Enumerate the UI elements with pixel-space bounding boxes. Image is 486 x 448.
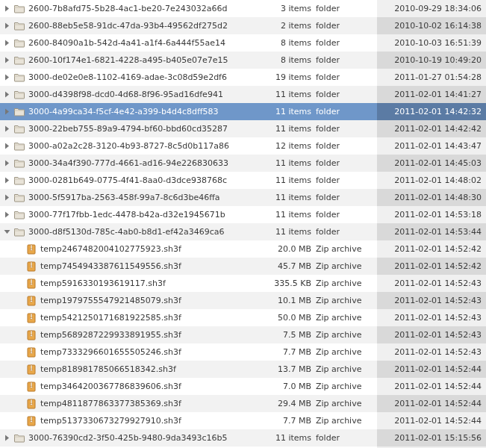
item-type: Zip archive: [313, 296, 377, 305]
item-name: 2600-84090a1b-542d-4a41-a1f4-6a444f55ae1…: [28, 38, 261, 48]
item-size: 7.5 MB: [261, 330, 313, 340]
item-date: 2011-02-01 14:52:42: [377, 240, 486, 258]
folder-row[interactable]: 2600-84090a1b-542d-4a41-a1f4-6a444f55ae1…: [0, 34, 486, 52]
disclosure-closed-icon[interactable]: [1, 177, 12, 184]
disclosure-closed-icon[interactable]: [1, 74, 12, 81]
item-type: Zip archive: [313, 279, 377, 288]
file-row[interactable]: temp5689287229933891955.sh3f7.5 MBZip ar…: [0, 326, 486, 343]
item-name: temp7454943387611549556.sh3f: [40, 261, 261, 271]
svg-rect-17: [31, 335, 33, 336]
file-row[interactable]: temp1979755547921485079.sh3f10.1 MBZip a…: [0, 292, 486, 309]
folder-icon: [13, 226, 25, 238]
folder-row[interactable]: 3000-5f5917ba-2563-458f-99a7-8c6d3be46ff…: [0, 189, 486, 206]
item-name: 3000-d4398f98-dcd0-4d68-8f96-95ad16dfe94…: [28, 90, 261, 99]
svg-rect-25: [31, 382, 32, 387]
file-row[interactable]: temp818981785066518342.sh3f13.7 MBZip ar…: [0, 361, 486, 378]
zip-archive-icon: [25, 364, 37, 376]
zip-archive-icon: [25, 278, 37, 290]
folder-icon: [13, 20, 25, 32]
file-row[interactable]: temp5421250171681922585.sh3f50.0 MBZip a…: [0, 309, 486, 326]
svg-rect-31: [31, 417, 32, 421]
disclosure-open-icon[interactable]: [1, 228, 12, 235]
item-name: 3000-0281b649-0775-4f41-8aa0-d3dce938768…: [28, 175, 261, 185]
disclosure-closed-icon[interactable]: [1, 194, 12, 201]
disclosure-closed-icon[interactable]: [1, 108, 12, 115]
disclosure-closed-icon[interactable]: [1, 22, 12, 29]
item-name: temp2467482004102775923.sh3f: [40, 244, 261, 254]
item-type: Zip archive: [313, 399, 377, 408]
svg-rect-26: [31, 386, 33, 388]
file-row[interactable]: temp7333296601655505246.sh3f7.7 MBZip ar…: [0, 343, 486, 361]
disclosure-closed-icon[interactable]: [1, 125, 12, 132]
item-name: temp5421250171681922585.sh3f: [40, 313, 261, 323]
svg-rect-23: [31, 369, 33, 370]
folder-row[interactable]: 3000-76390cd2-3f50-425b-9480-9da3493c16b…: [0, 429, 486, 447]
item-size: 50.0 MB: [261, 313, 313, 323]
disclosure-closed-icon[interactable]: [1, 143, 12, 149]
svg-rect-14: [31, 317, 33, 319]
item-name: temp4811877863377385369.sh3f: [40, 399, 261, 408]
item-type: folder: [313, 38, 377, 48]
item-size: 10.1 MB: [261, 296, 313, 305]
item-type: Zip archive: [313, 244, 377, 254]
folder-icon: [13, 209, 25, 221]
item-name: 3000-5f5917ba-2563-458f-99a7-8c6d3be46ff…: [28, 193, 261, 202]
item-size: 11 items: [261, 90, 313, 99]
svg-rect-8: [31, 283, 33, 284]
disclosure-closed-icon[interactable]: [1, 57, 12, 63]
item-size: 11 items: [261, 210, 313, 220]
item-size: 11 items: [261, 227, 313, 237]
item-type: folder: [313, 193, 377, 202]
folder-row[interactable]: 3000-d4398f98-dcd0-4d68-8f96-95ad16dfe94…: [0, 86, 486, 103]
file-row[interactable]: temp3464200367786839606.sh3f7.0 MBZip ar…: [0, 378, 486, 395]
item-type: folder: [313, 141, 377, 151]
folder-row[interactable]: 2600-88eb5e58-91dc-47da-93b4-49562df275d…: [0, 17, 486, 34]
item-date: 2011-02-01 14:52:44: [377, 361, 486, 378]
disclosure-closed-icon[interactable]: [1, 160, 12, 167]
folder-row[interactable]: 2600-7b8afd75-5b28-4ac1-be20-7e243032a66…: [0, 0, 486, 17]
folder-row[interactable]: 3000-d8f5130d-785c-4ab0-b8d1-ef42a3469ca…: [0, 223, 486, 240]
svg-rect-11: [31, 300, 33, 302]
folder-row[interactable]: 3000-22beb755-89a9-4794-bf60-bbd60cd3528…: [0, 120, 486, 137]
disclosure-closed-icon[interactable]: [1, 211, 12, 218]
item-type: folder: [313, 4, 377, 13]
disclosure-closed-icon[interactable]: [1, 40, 12, 46]
disclosure-closed-icon[interactable]: [1, 91, 12, 98]
disclosure-closed-icon[interactable]: [1, 435, 12, 441]
item-name: 2600-88eb5e58-91dc-47da-93b4-49562df275d…: [28, 21, 261, 31]
item-date: 2011-01-27 01:54:28: [377, 69, 486, 86]
item-name: 3000-22beb755-89a9-4794-bf60-bbd60cd3528…: [28, 124, 261, 134]
folder-row[interactable]: 3000-a02a2c28-3120-4b93-8727-8c5d0b117a8…: [0, 137, 486, 155]
item-date: 2011-02-01 14:48:02: [377, 172, 486, 189]
svg-rect-13: [31, 314, 32, 318]
item-date: 2011-02-01 14:48:30: [377, 189, 486, 206]
folder-row[interactable]: 3000-0281b649-0775-4f41-8aa0-d3dce938768…: [0, 172, 486, 189]
file-list[interactable]: 2600-7b8afd75-5b28-4ac1-be20-7e243032a66…: [0, 0, 486, 448]
item-name: 3000-de02e0e8-1102-4169-adae-3c08d59e2df…: [28, 72, 261, 82]
folder-row[interactable]: 3000-34a4f390-777d-4661-ad16-94e22683063…: [0, 155, 486, 172]
disclosure-closed-icon[interactable]: [1, 5, 12, 12]
folder-row[interactable]: 3000-4a99ca34-f5cf-4e42-a399-b4d4c8dff58…: [0, 103, 486, 120]
item-date: 2011-02-01 14:52:43: [377, 309, 486, 326]
folder-row[interactable]: 3000-77f17fbb-1edc-4478-b42a-d32e1945671…: [0, 206, 486, 223]
folder-row[interactable]: 2600-10f174e1-6821-4228-a495-b405e07e7e1…: [0, 52, 486, 69]
item-size: 335.5 KB: [261, 279, 313, 288]
item-type: folder: [313, 433, 377, 443]
svg-rect-5: [31, 266, 33, 267]
file-row[interactable]: temp5137330673279927910.sh3f7.7 MBZip ar…: [0, 412, 486, 429]
file-row[interactable]: temp4811877863377385369.sh3f29.4 MBZip a…: [0, 395, 486, 412]
file-row[interactable]: temp2467482004102775923.sh3f20.0 MBZip a…: [0, 240, 486, 258]
item-type: folder: [313, 210, 377, 220]
item-type: Zip archive: [313, 330, 377, 340]
folder-row[interactable]: 3000-de02e0e8-1102-4169-adae-3c08d59e2df…: [0, 69, 486, 86]
item-date: 2011-02-01 14:41:27: [377, 86, 486, 103]
svg-rect-10: [31, 296, 32, 301]
svg-rect-2: [31, 249, 33, 250]
folder-icon: [13, 432, 25, 444]
file-row[interactable]: temp5916330193619117.sh3f335.5 KBZip arc…: [0, 275, 486, 292]
item-size: 3 items: [261, 4, 313, 13]
file-row[interactable]: temp7454943387611549556.sh3f45.7 MBZip a…: [0, 258, 486, 275]
item-type: folder: [313, 21, 377, 31]
item-date: 2011-02-01 14:52:44: [377, 395, 486, 412]
item-type: Zip archive: [313, 261, 377, 271]
